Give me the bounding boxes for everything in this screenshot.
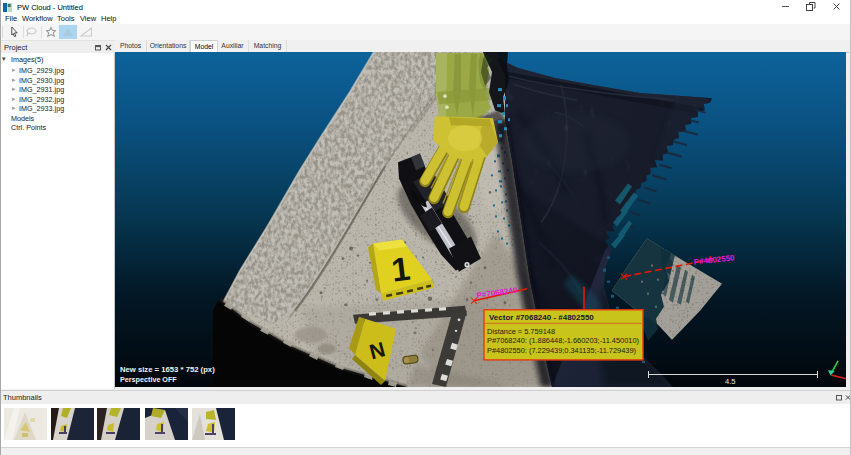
svg-text:P#7068240: (1.886448;-1.660203: P#7068240: (1.886448;-1.660203;-11.45001… bbox=[487, 336, 639, 345]
svg-text:P#4802550: (7.229439;0.341135;: P#4802550: (7.229439;0.341135;-11.729439… bbox=[487, 346, 636, 355]
svg-text:4.5: 4.5 bbox=[725, 377, 736, 386]
svg-text:Vector #7068240 - #4802550: Vector #7068240 - #4802550 bbox=[489, 313, 594, 322]
svg-text:Perspective OFF: Perspective OFF bbox=[120, 375, 177, 384]
svg-text:New size = 1653 * 752 (px): New size = 1653 * 752 (px) bbox=[120, 365, 215, 374]
svg-text:Distance = 5.759148: Distance = 5.759148 bbox=[487, 327, 555, 336]
